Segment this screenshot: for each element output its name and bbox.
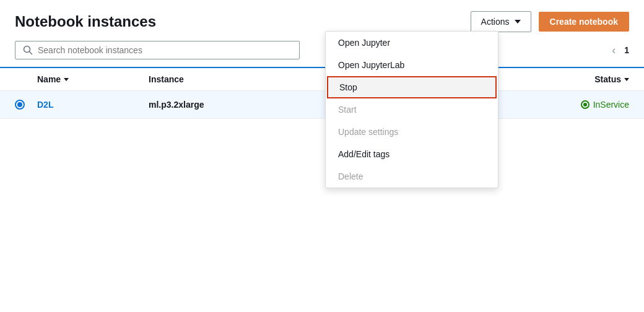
- col-instance-header: Instance: [149, 74, 266, 84]
- search-bar-row: ‹ 1: [0, 41, 644, 67]
- col-name-label: Name: [37, 74, 61, 84]
- actions-dropdown: Open JupyterOpen JupyterLabStopStartUpda…: [325, 31, 498, 188]
- page-title: Notebook instances: [15, 13, 156, 30]
- row-name-link[interactable]: D2L: [37, 100, 149, 110]
- dropdown-item-6: Delete: [326, 165, 498, 188]
- actions-button[interactable]: Actions: [471, 11, 531, 32]
- dropdown-item-0[interactable]: Open Jupyter: [326, 32, 498, 54]
- create-notebook-button[interactable]: Create notebook: [539, 12, 629, 32]
- row-radio[interactable]: [15, 100, 37, 110]
- dropdown-item-3: Start: [326, 98, 498, 121]
- page: Notebook instances Actions Create notebo…: [0, 0, 644, 312]
- search-container: [15, 41, 300, 59]
- search-input[interactable]: [38, 45, 292, 55]
- col-name-header[interactable]: Name: [37, 74, 149, 84]
- pagination-current: 1: [624, 45, 629, 55]
- row-status-label: InService: [593, 100, 629, 110]
- col-instance-label: Instance: [149, 74, 184, 84]
- header: Notebook instances Actions Create notebo…: [0, 0, 644, 41]
- dropdown-item-5[interactable]: Add/Edit tags: [326, 143, 498, 165]
- col-status-label: Status: [594, 74, 621, 84]
- name-sort-icon: [64, 78, 69, 81]
- svg-line-1: [30, 52, 32, 54]
- pagination-area: ‹ 1: [608, 43, 629, 58]
- table-row: D2L ml.p3.2xlarge InService: [0, 91, 644, 119]
- chevron-down-icon: [515, 20, 521, 24]
- status-dot-icon: [581, 100, 590, 109]
- status-sort-icon: [624, 78, 629, 81]
- header-actions: Actions Create notebook: [471, 11, 629, 32]
- dropdown-item-4: Update settings: [326, 121, 498, 143]
- radio-inner: [17, 102, 22, 107]
- actions-label: Actions: [481, 17, 510, 27]
- table-header: Name Instance Status: [0, 67, 644, 91]
- row-status: InService: [581, 100, 629, 110]
- pagination-prev-icon[interactable]: ‹: [608, 43, 619, 58]
- status-dot-inner: [583, 103, 587, 106]
- dropdown-item-2[interactable]: Stop: [327, 76, 497, 98]
- dropdown-item-1[interactable]: Open JupyterLab: [326, 54, 498, 76]
- row-instance-type: ml.p3.2xlarge: [149, 100, 204, 110]
- col-status-header[interactable]: Status: [594, 74, 629, 84]
- radio-circle: [15, 100, 25, 110]
- search-icon: [23, 45, 33, 55]
